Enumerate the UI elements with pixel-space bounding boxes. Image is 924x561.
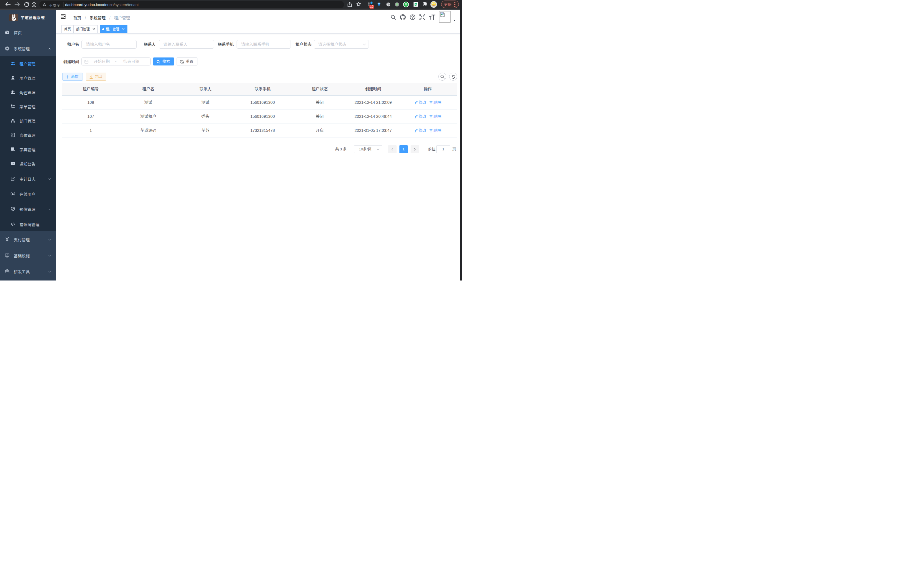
svg-text:10: 10 [370,5,374,8]
